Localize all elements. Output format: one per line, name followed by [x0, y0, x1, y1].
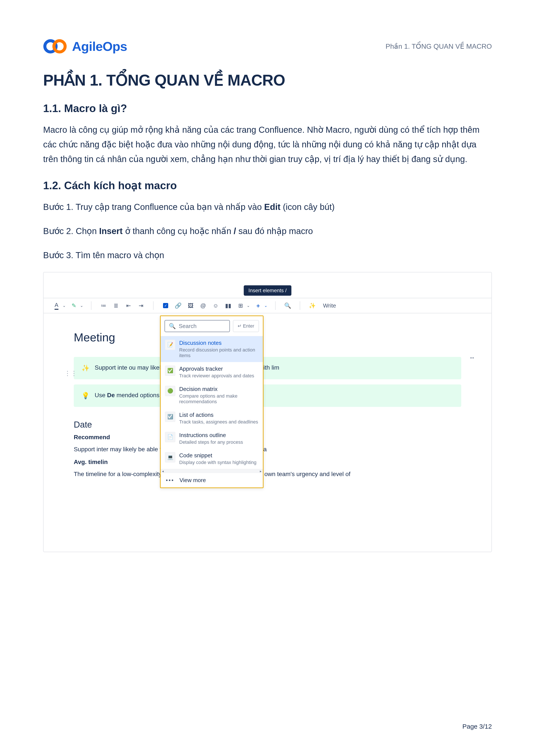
doc-heading: Meeting	[74, 331, 461, 344]
info-callout-1: ✨ Support inte ou may likely be able to …	[74, 357, 461, 379]
code-icon: 💻	[165, 452, 175, 463]
step-1-pre: Bước 1. Truy cập trang Confluence của bạ…	[43, 202, 264, 212]
mention-button[interactable]: @	[199, 301, 208, 310]
step-2-bold1: Insert	[99, 226, 123, 236]
page-number: Page 3/12	[462, 723, 492, 730]
expand-icon[interactable]: ↔	[469, 354, 474, 361]
indent-button[interactable]: ⇥	[137, 301, 145, 310]
check-icon: ✅	[165, 365, 175, 376]
step-2-pre: Bước 2. Chọn	[43, 226, 99, 236]
macro-item[interactable]: 📝Discussion notesRecord discussion point…	[161, 336, 263, 362]
step-3: Bước 3. Tìm tên macro và chọn	[43, 248, 492, 262]
doc-label-timeline: Avg. timelin	[74, 459, 461, 466]
horizontal-scrollbar[interactable]	[161, 469, 263, 473]
chevron-down-icon[interactable]: ⌄	[247, 303, 250, 308]
macro-item-title: Approvals tracker	[179, 365, 259, 372]
macro-item[interactable]: ☑️List of actionsTrack tasks, assignees …	[161, 408, 263, 428]
header-caption: Phần 1. TỔNG QUAN VỀ MACRO	[385, 42, 492, 50]
doc-paragraph-1: Support inter may likely be able to comp…	[74, 445, 461, 454]
highlight-button[interactable]: ✎	[70, 301, 78, 310]
chevron-down-icon[interactable]: ⌄	[80, 303, 83, 308]
step-2: Bước 2. Chọn Insert ở thanh công cụ hoặc…	[43, 224, 492, 238]
matrix-icon: 🟢	[165, 386, 175, 396]
macro-item[interactable]: 📄Instructions outlineDetailed steps for …	[161, 428, 263, 449]
action-item-button[interactable]: ✓	[161, 301, 170, 310]
step-1-bold: Edit	[264, 202, 281, 212]
chevron-down-icon[interactable]: ⌄	[264, 303, 268, 308]
editor-toolbar: A⌄ ✎⌄ ≔ ≣ ⇤ ⇥ ✓ 🔗 🖼 @ ☺ ▮▮ ⊞⌄ ＋⌄ 🔍 ✨	[43, 298, 492, 313]
doc-paragraph-2: The timeline for a low-complexity migrat…	[74, 470, 461, 479]
macro-item-title: Instructions outline	[179, 432, 259, 439]
layout-button[interactable]: ▮▮	[224, 301, 233, 310]
bullet-list-button[interactable]: ≔	[99, 301, 108, 310]
macro-item-desc: Detailed steps for any process	[179, 440, 259, 445]
macro-item-desc: Track reviewer approvals and dates	[179, 373, 259, 379]
note-icon: 📝	[165, 339, 175, 350]
numbered-list-button[interactable]: ≣	[112, 301, 120, 310]
logo-mark-icon	[43, 39, 67, 54]
insert-elements-dropdown: 🔍 Search ↵ Enter 📝Discussion notesRecord…	[160, 315, 264, 488]
macro-item[interactable]: ✅Approvals trackerTrack reviewer approva…	[161, 362, 263, 382]
info-callout-2: 💡 Use De mended options.	[74, 385, 461, 407]
macro-item-title: Decision matrix	[179, 386, 259, 392]
insert-tooltip: Insert elements /	[244, 285, 291, 296]
document-body: ⋮⋮ ↔ Meeting ✨ Support inte ou may likel…	[43, 313, 492, 552]
callout-2-text: Use De mended options.	[95, 391, 161, 401]
macro-item-title: List of actions	[179, 412, 259, 418]
step-2-post: sau đó nhập macro	[236, 226, 313, 236]
brand-name: AgileOps	[72, 39, 127, 54]
macro-item-desc: Record discussion points and action item…	[179, 347, 259, 358]
table-button[interactable]: ⊞	[236, 301, 245, 310]
ellipsis-icon: •••	[166, 477, 174, 484]
search-button[interactable]: 🔍	[283, 301, 292, 310]
embedded-screenshot: Insert elements / A⌄ ✎⌄ ≔ ≣ ⇤ ⇥ ✓ 🔗 🖼 @ …	[43, 272, 492, 552]
search-icon: 🔍	[169, 323, 176, 330]
macro-item-title: Discussion notes	[179, 339, 259, 346]
section-1-1-heading: 1.1. Macro là gì?	[43, 102, 492, 115]
macro-list[interactable]: 📝Discussion notesRecord discussion point…	[161, 336, 263, 469]
macro-search-input[interactable]: 🔍 Search	[164, 320, 230, 332]
sparkle-icon: ✨	[81, 363, 90, 373]
emoji-button[interactable]: ☺	[211, 301, 220, 310]
image-button[interactable]: 🖼	[186, 301, 195, 310]
macro-item-title: Code snippet	[179, 452, 259, 459]
macro-item[interactable]: 💻Code snippetDisplay code with syntax hi…	[161, 449, 263, 469]
insert-plus-button[interactable]: ＋	[254, 301, 263, 310]
drag-handle-icon[interactable]: ⋮⋮	[64, 369, 77, 377]
enter-key-hint: ↵ Enter	[233, 320, 259, 332]
lightbulb-icon: 💡	[81, 391, 90, 401]
list-icon: ☑️	[165, 412, 175, 422]
section-1-1-body: Macro là công cụ giúp mở rộng khả năng c…	[43, 122, 492, 166]
brand-logo: AgileOps	[43, 39, 127, 54]
outdent-button[interactable]: ⇤	[124, 301, 133, 310]
outline-icon: 📄	[165, 432, 175, 442]
step-2-mid: ở thanh công cụ hoặc nhấn	[123, 226, 234, 236]
page-title: PHẦN 1. TỔNG QUAN VỀ MACRO	[43, 71, 492, 89]
macro-item-desc: Display code with syntax highlighting	[179, 460, 259, 465]
view-more-button[interactable]: ••• View more	[161, 473, 263, 487]
macro-item[interactable]: 🟢Decision matrixCompare options and make…	[161, 382, 263, 408]
view-more-label: View more	[180, 477, 206, 484]
section-1-2-heading: 1.2. Cách kích hoạt macro	[43, 179, 492, 192]
doc-subheading-date: Date	[74, 420, 461, 429]
macro-item-desc: Track tasks, assignees and deadlines	[179, 419, 259, 425]
doc-label-recommend: Recommend	[74, 434, 461, 441]
search-placeholder: Search	[179, 323, 196, 330]
macro-item-desc: Compare options and make recommendations	[179, 393, 259, 405]
step-1: Bước 1. Truy cập trang Confluence của bạ…	[43, 200, 492, 214]
link-button[interactable]: 🔗	[174, 301, 183, 310]
chevron-down-icon[interactable]: ⌄	[63, 303, 66, 308]
step-2-bold2: /	[234, 226, 236, 236]
text-color-button[interactable]: A	[52, 301, 61, 310]
sparkle-icon[interactable]: ✨	[308, 301, 317, 310]
ai-write-label[interactable]: Write	[323, 302, 336, 309]
step-1-post: (icon cây bút)	[281, 202, 335, 212]
